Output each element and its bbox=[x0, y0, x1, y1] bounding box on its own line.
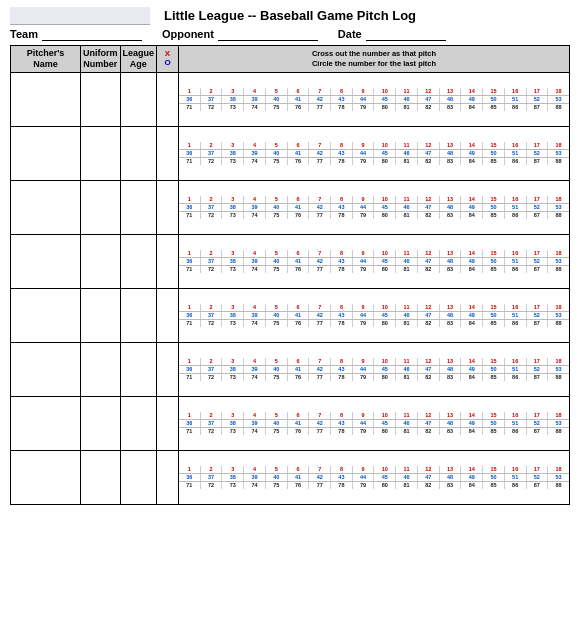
numbers-cell: 1234567891011121314151617183637383940414… bbox=[179, 342, 570, 396]
pitcher-row: 1234567891011121314151617183637383940414… bbox=[11, 288, 570, 342]
pitcher-name-cell[interactable] bbox=[11, 180, 81, 234]
pitcher-row: 1234567891011121314151617183637383940414… bbox=[11, 396, 570, 450]
uniform-number-cell[interactable] bbox=[81, 396, 121, 450]
o-label: O bbox=[158, 59, 177, 68]
uniform-number-cell[interactable] bbox=[81, 342, 121, 396]
league-age-cell[interactable] bbox=[120, 72, 157, 126]
uniform-number-cell[interactable] bbox=[81, 126, 121, 180]
uniform-number-cell[interactable] bbox=[81, 288, 121, 342]
info-row: Team Opponent Date bbox=[10, 27, 570, 41]
league-age-cell[interactable] bbox=[120, 288, 157, 342]
date-label: Date bbox=[338, 28, 362, 40]
uniform-number-cell[interactable] bbox=[81, 234, 121, 288]
header-row: Pitcher'sName UniformNumber LeagueAge X … bbox=[11, 46, 570, 73]
numbers-cell: 1234567891011121314151617183637383940414… bbox=[179, 72, 570, 126]
instructions-header: Cross out the number as that pitch Circl… bbox=[179, 46, 570, 73]
o-instruction: Circle the number for the last pitch bbox=[182, 59, 566, 69]
numbers-cell: 1234567891011121314151617183637383940414… bbox=[179, 180, 570, 234]
numbers-cell: 1234567891011121314151617183637383940414… bbox=[179, 450, 570, 504]
uniform-number-cell[interactable] bbox=[81, 180, 121, 234]
numbers-cell: 1234567891011121314151617183637383940414… bbox=[179, 396, 570, 450]
uniform-number-cell[interactable] bbox=[81, 72, 121, 126]
opponent-input[interactable] bbox=[218, 27, 318, 41]
pitcher-name-cell[interactable] bbox=[11, 126, 81, 180]
pitch-log-table: Pitcher'sName UniformNumber LeagueAge X … bbox=[10, 45, 570, 505]
league-age-header: LeagueAge bbox=[120, 46, 157, 73]
xo-cell bbox=[157, 234, 179, 288]
pitcher-row: 1234567891011121314151617183637383940414… bbox=[11, 234, 570, 288]
pitcher-name-cell[interactable] bbox=[11, 396, 81, 450]
xo-cell bbox=[157, 288, 179, 342]
pitcher-name-cell[interactable] bbox=[11, 234, 81, 288]
pitcher-row: 1234567891011121314151617183637383940414… bbox=[11, 180, 570, 234]
x-instruction: Cross out the number as that pitch bbox=[182, 49, 566, 59]
league-age-cell[interactable] bbox=[120, 234, 157, 288]
page: Little League -- Baseball Game Pitch Log… bbox=[0, 0, 580, 509]
xo-header: X O bbox=[157, 46, 179, 73]
title-row: Little League -- Baseball Game Pitch Log bbox=[10, 8, 570, 23]
pitcher-name-cell[interactable] bbox=[11, 450, 81, 504]
team-label: Team bbox=[10, 28, 38, 40]
league-age-cell[interactable] bbox=[120, 342, 157, 396]
pitcher-row: 1234567891011121314151617183637383940414… bbox=[11, 126, 570, 180]
pitcher-row: 1234567891011121314151617183637383940414… bbox=[11, 450, 570, 504]
pitcher-name-cell[interactable] bbox=[11, 288, 81, 342]
date-input[interactable] bbox=[366, 27, 446, 41]
xo-cell bbox=[157, 72, 179, 126]
league-age-cell[interactable] bbox=[120, 126, 157, 180]
uniform-number-cell[interactable] bbox=[81, 450, 121, 504]
uniform-number-header: UniformNumber bbox=[81, 46, 121, 73]
league-age-cell[interactable] bbox=[120, 450, 157, 504]
numbers-cell: 1234567891011121314151617183637383940414… bbox=[179, 126, 570, 180]
xo-cell bbox=[157, 450, 179, 504]
numbers-cell: 1234567891011121314151617183637383940414… bbox=[179, 288, 570, 342]
league-age-cell[interactable] bbox=[120, 396, 157, 450]
team-input[interactable] bbox=[42, 27, 142, 41]
pitcher-row: 1234567891011121314151617183637383940414… bbox=[11, 72, 570, 126]
pitcher-name-cell[interactable] bbox=[11, 72, 81, 126]
league-age-cell[interactable] bbox=[120, 180, 157, 234]
pitcher-row: 1234567891011121314151617183637383940414… bbox=[11, 342, 570, 396]
numbers-cell: 1234567891011121314151617183637383940414… bbox=[179, 234, 570, 288]
xo-cell bbox=[157, 342, 179, 396]
xo-cell bbox=[157, 126, 179, 180]
opponent-label: Opponent bbox=[162, 28, 214, 40]
pitcher-name-header: Pitcher'sName bbox=[11, 46, 81, 73]
title-input[interactable] bbox=[10, 7, 150, 25]
main-title: Little League -- Baseball Game Pitch Log bbox=[164, 8, 416, 23]
xo-cell bbox=[157, 180, 179, 234]
pitcher-name-cell[interactable] bbox=[11, 342, 81, 396]
xo-cell bbox=[157, 396, 179, 450]
